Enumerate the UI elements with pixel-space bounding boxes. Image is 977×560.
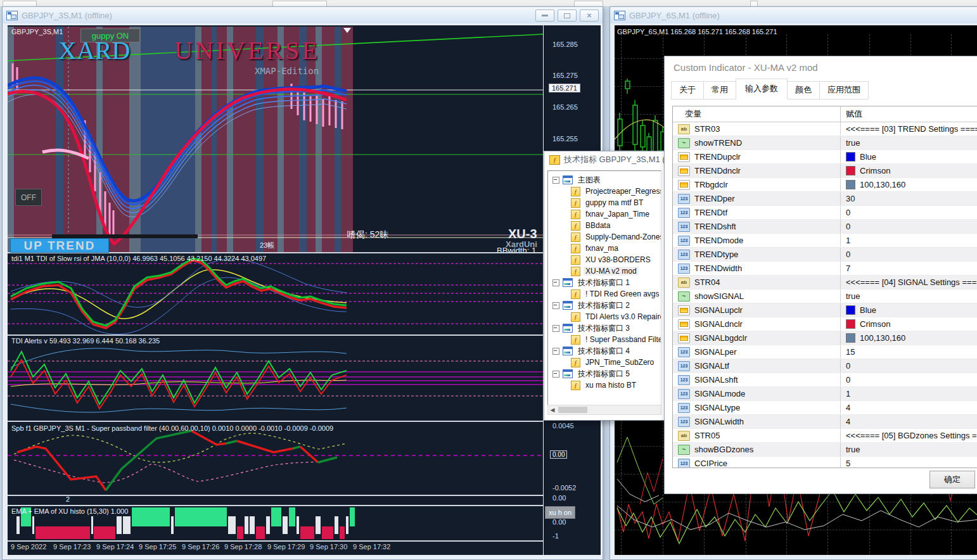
param-row[interactable]: 123TRENDper30 (673, 192, 977, 206)
tree-window-item[interactable]: 技术指标窗口 1 (548, 277, 661, 288)
param-name: TRbgdclr (694, 180, 728, 189)
param-value: 15 (846, 347, 855, 357)
tree-window-item[interactable]: 技术指标窗口 4 (548, 345, 661, 357)
param-row[interactable]: TRENDdnclrCrimson (673, 164, 977, 178)
scroll-left-arrow-icon[interactable]: ◀ (548, 406, 557, 414)
expand-collapse-icon[interactable] (552, 325, 559, 332)
tab-颜色[interactable]: 颜色 (787, 81, 820, 99)
expand-collapse-icon[interactable] (552, 371, 559, 378)
tree-indicator-item[interactable]: ƒXU-MA v2 mod (548, 265, 661, 277)
param-value-cell[interactable]: 100,130,160 (841, 331, 977, 345)
param-value-cell[interactable]: 0 (841, 359, 977, 372)
param-type-int-icon: 123 (678, 236, 690, 246)
param-value-cell[interactable]: <<<==== [03] TREND Settings ====== (841, 122, 977, 136)
param-row[interactable]: 123SIGNALwidth4 (673, 415, 977, 429)
expand-collapse-icon[interactable] (552, 348, 559, 355)
param-value-cell[interactable]: 4 (841, 415, 977, 428)
restore-button[interactable] (558, 10, 577, 22)
tree-indicator-item[interactable]: ƒfxnav_Japan_Time (548, 208, 661, 220)
tree-indicator-item[interactable]: ƒXU v38-BORDERS (548, 254, 661, 265)
off-button[interactable]: OFF (15, 189, 42, 206)
tab-输入参数[interactable]: 输入参数 (736, 79, 788, 99)
custom-dialog-titlebar[interactable]: Custom Indicator - XU-MA v2 mod (665, 56, 977, 78)
tab-常用[interactable]: 常用 (703, 81, 736, 99)
tree-indicator-item[interactable]: ƒTDI Alerts v3.0 Repaire (548, 311, 661, 322)
right-window-titlebar[interactable]: GBPJPY_6S,M1 (offline) (610, 7, 977, 23)
expand-collapse-icon[interactable] (552, 302, 559, 309)
trend-banner[interactable]: UP TREND (10, 238, 109, 253)
tree-indicator-item[interactable]: ƒJPN_Time_SubZero (548, 357, 661, 368)
tree-horizontal-scrollbar[interactable]: ◀ (547, 405, 661, 415)
param-row[interactable]: SIGNALupclrBlue (673, 303, 977, 317)
param-row[interactable]: SIGNALdnclrCrimson (673, 317, 977, 331)
close-button[interactable]: ✕ (580, 10, 599, 22)
param-value-cell[interactable]: true (841, 443, 977, 456)
param-row[interactable]: 123SIGNALmode1 (673, 387, 977, 401)
param-value-cell[interactable]: 7 (841, 262, 977, 275)
param-row[interactable]: ~showBGDzonestrue (673, 443, 977, 457)
tab-应用范围[interactable]: 应用范围 (819, 81, 869, 99)
expand-collapse-icon[interactable] (552, 177, 559, 184)
bbwidth-label: BBwidth: 1. (497, 246, 539, 255)
param-row[interactable]: 123SIGNALper15 (673, 345, 977, 359)
param-row[interactable]: 123TRENDmode1 (673, 234, 977, 248)
param-row[interactable]: TRENDupclrBlue (673, 150, 977, 164)
tree-window-item[interactable]: 技术指标窗口 2 (548, 300, 661, 311)
param-value-cell[interactable]: true (841, 136, 977, 150)
param-row[interactable]: 123TRENDtf0 (673, 206, 977, 220)
ok-button[interactable]: 确定 (929, 471, 975, 488)
param-row[interactable]: 123SIGNALshft0 (673, 373, 977, 387)
param-row[interactable]: abSTR05<<<==== [05] BGDzones Settings = (673, 429, 977, 443)
param-row[interactable]: abSTR04<<<==== [04] SIGNAL Settings ====… (673, 276, 977, 290)
tab-关于[interactable]: 关于 (671, 81, 704, 99)
minimize-button[interactable] (535, 10, 554, 22)
left-window-titlebar[interactable]: GBPJPY_3S,M1 (offline) ✕ (3, 7, 603, 23)
scrollbar-thumb[interactable] (558, 407, 587, 413)
param-value-cell[interactable]: 1 (841, 234, 977, 247)
param-row[interactable]: abSTR03<<<==== [03] TREND Settings =====… (673, 122, 977, 136)
param-row[interactable]: 123SIGNALtf0 (673, 359, 977, 373)
tree-indicator-item[interactable]: ƒBBdata (548, 220, 661, 231)
param-value-cell[interactable]: 0 (841, 206, 977, 219)
param-row[interactable]: 123TRENDshft0 (673, 220, 977, 234)
param-value-cell[interactable]: 0 (841, 220, 977, 233)
param-row[interactable]: 123SIGNALtype4 (673, 401, 977, 415)
tree-window-item[interactable]: 技术指标窗口 5 (548, 368, 661, 379)
guppy-toggle-button[interactable]: guppy ON (80, 29, 140, 42)
tree-indicator-item[interactable]: ƒxu ma histo BT (548, 379, 661, 391)
param-value-cell[interactable]: Blue (841, 150, 977, 163)
tree-indicator-item[interactable]: ƒProjectreaper_Regress (548, 186, 661, 197)
tree-indicator-item[interactable]: ƒguppy ma mtf BT (548, 197, 661, 208)
param-value-cell[interactable]: <<<==== [05] BGDzones Settings = (841, 429, 977, 442)
param-value-cell[interactable]: Crimson (841, 164, 977, 177)
xu-histo-toggle-button[interactable]: xu h on (545, 506, 575, 519)
param-value-cell[interactable]: 100,130,160 (841, 178, 977, 191)
param-row[interactable]: ~showTRENDtrue (673, 136, 977, 150)
param-value-cell[interactable]: <<<==== [04] SIGNAL Settings ===== (841, 276, 977, 289)
param-row[interactable]: 123TRENDtype0 (673, 248, 977, 262)
tree-indicator-item[interactable]: ƒ! TDI Red Green avgs (548, 288, 661, 300)
tree-indicator-item[interactable]: ƒSupply-Demand-Zones (548, 231, 661, 243)
param-value-cell[interactable]: Blue (841, 303, 977, 317)
param-value-cell[interactable]: 1 (841, 387, 977, 400)
param-value-cell[interactable]: true (841, 290, 977, 303)
param-value-cell[interactable]: 15 (841, 345, 977, 359)
param-value-cell[interactable]: Crimson (841, 317, 977, 331)
param-value-cell[interactable]: 5 (841, 457, 977, 468)
param-row[interactable]: ~showSIGNALtrue (673, 290, 977, 303)
param-value-cell[interactable]: 4 (841, 401, 977, 414)
indicator-function-icon: ƒ (571, 244, 580, 253)
param-row[interactable]: 123TRENDwidth7 (673, 262, 977, 276)
expand-collapse-icon[interactable] (552, 279, 559, 286)
param-value-cell[interactable]: 0 (841, 373, 977, 386)
param-row[interactable]: SIGNALbgdclr100,130,160 (673, 331, 977, 345)
tree-window-item[interactable]: 主图表 (548, 174, 661, 186)
tree-indicator-item[interactable]: ƒfxnav_ma (548, 243, 661, 254)
tree-window-item[interactable]: 技术指标窗口 3 (548, 322, 661, 334)
param-value-cell[interactable]: 30 (841, 192, 977, 205)
param-row[interactable]: TRbgdclr100,130,160 (673, 178, 977, 192)
tree-indicator-item[interactable]: ƒ! Super Passband Filter (548, 334, 661, 345)
indicator-dialog-titlebar[interactable]: ƒ 技术指标 GBPJPY_3S,M1 (of (544, 151, 665, 168)
param-value-cell[interactable]: 0 (841, 248, 977, 261)
param-row[interactable]: 123CCIPrice5 (673, 457, 977, 468)
